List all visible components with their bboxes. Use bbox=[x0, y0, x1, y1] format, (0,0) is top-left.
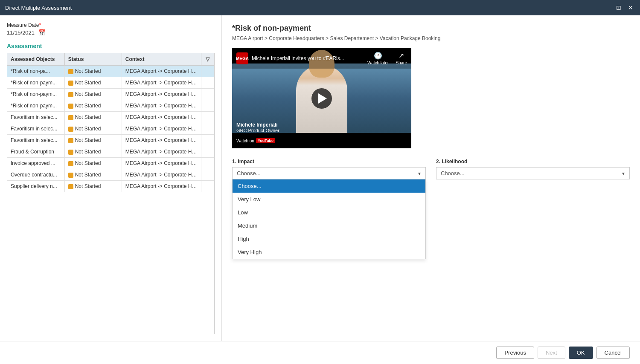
share-icon: ↗ bbox=[399, 52, 404, 60]
cell-filter bbox=[201, 169, 214, 181]
close-button[interactable]: ✕ bbox=[626, 4, 635, 11]
impact-select[interactable]: Choose... bbox=[232, 167, 426, 179]
table-row[interactable]: Invoice approved ...Not StartedMEGA Airp… bbox=[7, 158, 214, 169]
cell-context: MEGA Airport -> Corporate Headqu... bbox=[122, 123, 201, 135]
cell-status: Not Started bbox=[64, 89, 122, 100]
video-overlay-top: MEGA Michele Imperiali invites you to #E… bbox=[232, 48, 411, 69]
restore-button[interactable]: ⊡ bbox=[614, 4, 623, 11]
youtube-logo: YouTube bbox=[256, 138, 275, 143]
share-button[interactable]: ↗ Share bbox=[396, 52, 407, 65]
table-row[interactable]: Supplier delivery n...Not StartedMEGA Ai… bbox=[7, 181, 214, 192]
play-icon bbox=[318, 93, 327, 104]
status-icon bbox=[68, 127, 73, 132]
table-row[interactable]: Favoritism in selec...Not StartedMEGA Ai… bbox=[7, 112, 214, 123]
watch-on-label: Watch on bbox=[236, 139, 254, 143]
col-header-context: Context bbox=[122, 53, 201, 66]
table-row[interactable]: *Risk of non-paym...Not StartedMEGA Airp… bbox=[7, 100, 214, 112]
cell-object: Fraud & Corruption bbox=[7, 146, 64, 158]
cell-context: MEGA Airport -> Corporate Headqu... bbox=[122, 181, 201, 192]
cell-filter bbox=[201, 100, 214, 112]
status-icon bbox=[68, 104, 73, 109]
cell-context: MEGA Airport -> Corporate Hea... bbox=[122, 66, 201, 77]
status-icon bbox=[68, 150, 73, 155]
impact-option-low[interactable]: Low bbox=[233, 206, 425, 219]
cell-object: *Risk of non-paym... bbox=[7, 100, 64, 112]
measure-date-label: Measure Date* bbox=[7, 22, 215, 28]
table-row[interactable]: *Risk of non-paym...Not StartedMEGA Airp… bbox=[7, 77, 214, 89]
previous-button[interactable]: Previous bbox=[496, 347, 534, 359]
assessment-table-body: *Risk of non-pa...Not StartedMEGA Airpor… bbox=[7, 66, 214, 192]
table-row[interactable]: *Risk of non-paym...Not StartedMEGA Airp… bbox=[7, 89, 214, 100]
next-button[interactable]: Next bbox=[538, 347, 565, 359]
impact-dropdown-menu: Choose... Very Low Low Medium High Very … bbox=[232, 179, 426, 259]
cell-object: Favoritism in selec... bbox=[7, 135, 64, 146]
status-icon bbox=[68, 173, 73, 178]
cell-status: Not Started bbox=[64, 135, 122, 146]
video-bottom-bar: Watch on YouTube bbox=[232, 133, 411, 148]
watch-later-button[interactable]: 🕐 Watch later bbox=[367, 52, 389, 65]
status-icon bbox=[68, 81, 73, 86]
filter-icon[interactable]: ▽ bbox=[206, 56, 209, 62]
video-caption: Michele Imperiali GRC Product Owner bbox=[236, 122, 279, 133]
modal-titlebar: Direct Multiple Assessment ⊡ ✕ bbox=[0, 0, 640, 15]
status-icon bbox=[68, 161, 73, 166]
cell-filter bbox=[201, 66, 214, 77]
cell-context: MEGA Airport -> Corporate Headqu... bbox=[122, 100, 201, 112]
cell-status: Not Started bbox=[64, 66, 122, 77]
cell-context: MEGA Airport -> Corporate Headqu... bbox=[122, 169, 201, 181]
cancel-button[interactable]: Cancel bbox=[596, 347, 630, 359]
status-icon bbox=[68, 138, 73, 143]
cell-object: Favoritism in selec... bbox=[7, 123, 64, 135]
play-button[interactable] bbox=[311, 88, 332, 109]
col-header-filter[interactable]: ▽ bbox=[201, 53, 214, 66]
table-row[interactable]: Favoritism in selec...Not StartedMEGA Ai… bbox=[7, 135, 214, 146]
assessment-table: Assessed Objects Status Context ▽ bbox=[7, 53, 215, 334]
cell-status: Not Started bbox=[64, 100, 122, 112]
impact-label: 1. Impact bbox=[232, 159, 426, 165]
col-header-objects: Assessed Objects bbox=[7, 53, 64, 66]
cell-filter bbox=[201, 158, 214, 169]
cell-context: MEGA Airport -> Corporate Headqu... bbox=[122, 112, 201, 123]
modal-footer: Previous Next OK Cancel bbox=[0, 341, 640, 364]
modal-title: Direct Multiple Assessment bbox=[5, 5, 72, 11]
right-panel: *Risk of non-payment MEGA Airport > Corp… bbox=[222, 15, 640, 341]
calendar-icon[interactable]: 📅 bbox=[38, 29, 45, 36]
table-row[interactable]: Fraud & CorruptionNot StartedMEGA Airpor… bbox=[7, 146, 214, 158]
table-header-row: Assessed Objects Status Context ▽ bbox=[7, 53, 214, 66]
watch-later-icon: 🕐 bbox=[374, 52, 382, 60]
cell-filter bbox=[201, 181, 214, 192]
cell-filter bbox=[201, 89, 214, 100]
video-actions: 🕐 Watch later ↗ Share bbox=[367, 52, 407, 65]
risk-title: *Risk of non-payment bbox=[232, 24, 630, 33]
impact-option-choose-item[interactable]: Choose... bbox=[233, 179, 425, 193]
cell-object: *Risk of non-paym... bbox=[7, 77, 64, 89]
table-row[interactable]: Favoritism in selec...Not StartedMEGA Ai… bbox=[7, 123, 214, 135]
left-panel: Measure Date* 11/15/2021 📅 Assessment As… bbox=[0, 15, 222, 341]
form-row: 1. Impact Choose... Choose... Very Low L… bbox=[232, 159, 630, 179]
impact-option-medium[interactable]: Medium bbox=[233, 219, 425, 232]
cell-object: *Risk of non-pa... bbox=[7, 66, 64, 77]
col-header-status: Status bbox=[64, 53, 122, 66]
cell-filter bbox=[201, 135, 214, 146]
ok-button[interactable]: OK bbox=[569, 347, 593, 359]
cell-object: Supplier delivery n... bbox=[7, 181, 64, 192]
cell-context: MEGA Airport -> Corporate Headqu... bbox=[122, 89, 201, 100]
measure-date-value: 11/15/2021 bbox=[7, 29, 35, 36]
status-icon bbox=[68, 69, 73, 74]
cell-object: Invoice approved ... bbox=[7, 158, 64, 169]
likelihood-select[interactable]: Choose... bbox=[436, 167, 630, 179]
watch-on-youtube[interactable]: Watch on YouTube bbox=[236, 138, 275, 143]
impact-option-very-low[interactable]: Very Low bbox=[233, 193, 425, 206]
video-title: Michele Imperiali invites you to #EARis.… bbox=[252, 55, 367, 61]
cell-object: *Risk of non-paym... bbox=[7, 89, 64, 100]
table-row[interactable]: *Risk of non-pa...Not StartedMEGA Airpor… bbox=[7, 66, 214, 77]
risk-breadcrumb[interactable]: MEGA Airport > Corporate Headquarters > … bbox=[232, 35, 630, 41]
cell-context: MEGA Airport -> Corporate Headqu... bbox=[122, 77, 201, 89]
table-row[interactable]: Overdue contractu...Not StartedMEGA Airp… bbox=[7, 169, 214, 181]
titlebar-buttons: ⊡ ✕ bbox=[614, 4, 635, 11]
impact-option-very-high[interactable]: Very High bbox=[233, 246, 425, 259]
cell-status: Not Started bbox=[64, 112, 122, 123]
likelihood-label: 2. Likelihood bbox=[436, 159, 630, 165]
measure-date-row: 11/15/2021 📅 bbox=[7, 29, 215, 36]
impact-option-high[interactable]: High bbox=[233, 232, 425, 246]
